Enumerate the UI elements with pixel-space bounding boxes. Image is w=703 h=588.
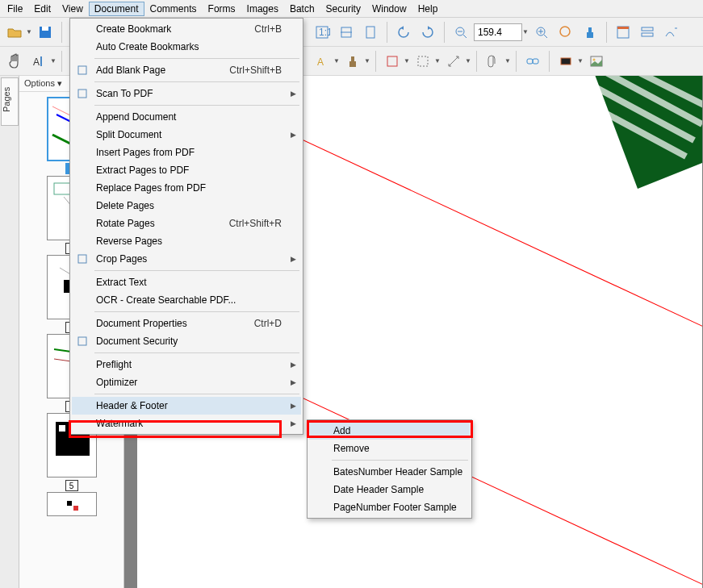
header-footer-button[interactable]: [612, 21, 634, 44]
page-thumbnail[interactable]: [47, 492, 97, 516]
svg-rect-12: [642, 33, 653, 36]
menu-item[interactable]: Scan To PDF▶: [72, 85, 301, 102]
menu-file[interactable]: File: [2, 2, 28, 16]
menu-forms[interactable]: Forms: [203, 2, 241, 16]
menu-item[interactable]: BatesNumber Header Sample: [309, 463, 470, 481]
dropdown-icon[interactable]: ▼: [504, 57, 511, 65]
menu-item-label: Reverse Pages: [96, 236, 162, 247]
svg-rect-19: [533, 59, 538, 64]
open-dropdown-icon[interactable]: ▼: [26, 28, 32, 35]
zoom-dropdown-icon[interactable]: ▼: [522, 28, 529, 35]
menu-view[interactable]: View: [56, 2, 89, 16]
svg-point-8: [560, 27, 570, 36]
menu-separator: [94, 352, 299, 353]
submenu-arrow-icon: ▶: [291, 131, 296, 139]
annot-stamp-button[interactable]: [341, 50, 364, 73]
svg-rect-34: [59, 425, 65, 432]
menu-item[interactable]: Auto Create Bookmarks: [72, 38, 301, 56]
menu-item[interactable]: Insert Pages from PDF: [72, 144, 301, 161]
menu-item[interactable]: Optimizer▶: [72, 373, 301, 391]
annot-shape-button[interactable]: [381, 50, 404, 73]
menu-item[interactable]: Date Header Sample: [309, 481, 470, 498]
save-button[interactable]: [34, 21, 56, 44]
menu-item[interactable]: Add: [309, 422, 470, 440]
rotate-cw-button[interactable]: [416, 21, 439, 44]
menu-batch[interactable]: Batch: [284, 2, 320, 16]
menu-item[interactable]: Create BookmarkCtrl+B: [72, 20, 301, 38]
menu-item[interactable]: Watermark▶: [72, 415, 301, 432]
menu-item[interactable]: Append Document: [72, 108, 301, 126]
annot-measure-button[interactable]: [442, 50, 465, 73]
dropdown-icon[interactable]: ▼: [364, 57, 370, 65]
svg-rect-36: [73, 506, 78, 511]
fit-actual-button[interactable]: 1:1: [311, 21, 333, 44]
header-footer-submenu: AddRemoveBatesNumber Header SampleDate H…: [307, 419, 472, 519]
menu-item[interactable]: Rotate PagesCtrl+Shift+R: [72, 215, 301, 232]
menu-item[interactable]: Preflight▶: [72, 356, 301, 373]
menu-comments[interactable]: Comments: [144, 2, 203, 16]
submenu-arrow-icon: ▶: [291, 402, 296, 410]
menu-item[interactable]: PageNumber Footer Sample: [309, 498, 470, 516]
annot-area-button[interactable]: [412, 50, 434, 73]
menu-item[interactable]: Replace Pages from PDF: [72, 179, 301, 197]
loupe-button[interactable]: [554, 21, 577, 44]
menu-item-label: Auto Create Bookmarks: [96, 41, 199, 52]
annot-text-button[interactable]: A: [311, 50, 333, 73]
pages-tab[interactable]: Pages: [1, 77, 19, 126]
menu-separator: [94, 311, 299, 312]
annot-attach-button[interactable]: [482, 50, 504, 73]
dropdown-icon[interactable]: ▼: [577, 57, 584, 65]
menu-separator: [94, 270, 299, 271]
fit-page-button[interactable]: [359, 21, 382, 44]
menu-item-label: Extract Pages to PDF: [96, 165, 189, 176]
menu-item[interactable]: Reverse Pages: [72, 232, 301, 250]
svg-rect-38: [78, 66, 86, 74]
annot-image-button[interactable]: [585, 50, 608, 73]
menu-window[interactable]: Window: [366, 2, 412, 16]
annot-link-button[interactable]: [521, 50, 544, 73]
svg-rect-10: [617, 27, 629, 29]
menu-item-label: Extract Text: [96, 277, 146, 288]
menu-item[interactable]: Extract Text: [72, 273, 301, 291]
zoom-in-button[interactable]: [530, 21, 553, 44]
open-button[interactable]: [3, 21, 26, 44]
zoom-value[interactable]: 159.4: [474, 23, 522, 41]
dropdown-icon[interactable]: ▼: [333, 57, 340, 65]
text-select-dropdown-icon[interactable]: ▼: [50, 57, 56, 65]
text-select-button[interactable]: A: [27, 50, 50, 73]
form-fields-button[interactable]: [636, 21, 659, 44]
menu-item[interactable]: Add Blank PageCtrl+Shift+B: [72, 61, 301, 79]
annot-redact-button[interactable]: [554, 50, 577, 73]
menu-help[interactable]: Help: [412, 2, 444, 16]
menu-item[interactable]: Remove: [309, 440, 470, 457]
dropdown-icon[interactable]: ▼: [465, 57, 471, 65]
toolbar-separator: [375, 51, 376, 72]
fit-width-button[interactable]: [335, 21, 358, 44]
dropdown-icon[interactable]: ▼: [404, 57, 410, 65]
menu-item[interactable]: Extract Pages to PDF: [72, 161, 301, 179]
menu-item[interactable]: Document PropertiesCtrl+D: [72, 315, 301, 332]
svg-rect-5: [366, 27, 375, 38]
menu-item[interactable]: Delete Pages: [72, 197, 301, 215]
menu-separator: [94, 58, 299, 59]
zoom-out-button[interactable]: [450, 21, 472, 44]
menu-images[interactable]: Images: [241, 2, 284, 16]
rotate-ccw-button[interactable]: [392, 21, 415, 44]
menu-security[interactable]: Security: [320, 2, 366, 16]
menu-item-label: Document Security: [96, 336, 178, 347]
menubar: File Edit View Document Comments Forms I…: [0, 0, 703, 18]
stamp-button[interactable]: [579, 21, 601, 44]
menu-item[interactable]: OCR - Create Searchable PDF...: [72, 291, 301, 309]
menu-document[interactable]: Document: [89, 2, 144, 16]
menu-item[interactable]: Split Document▶: [72, 126, 301, 144]
dropdown-icon[interactable]: ▼: [434, 57, 441, 65]
sign-button[interactable]: [660, 21, 683, 44]
toolbar-separator: [549, 51, 550, 72]
menu-edit[interactable]: Edit: [28, 2, 56, 16]
submenu-arrow-icon: ▶: [291, 361, 296, 369]
toolbar-separator: [61, 22, 62, 43]
hand-tool-button[interactable]: [3, 50, 26, 73]
menu-item[interactable]: Header & Footer▶: [72, 397, 301, 415]
menu-item[interactable]: Document Security: [72, 332, 301, 350]
menu-item[interactable]: Crop Pages▶: [72, 250, 301, 268]
